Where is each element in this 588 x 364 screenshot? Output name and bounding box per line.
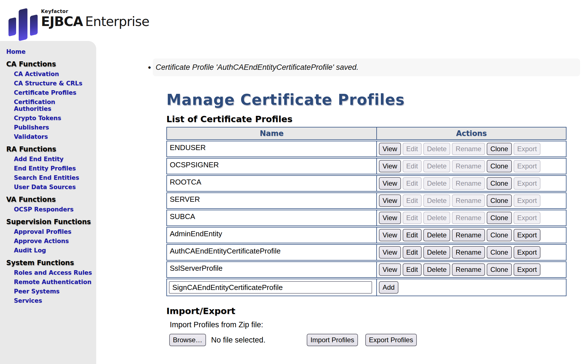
- table-row: ROOTCAViewEditDeleteRenameCloneExport: [166, 175, 566, 192]
- sidebar-item-audit-log[interactable]: Audit Log: [14, 247, 94, 254]
- delete-button[interactable]: Delete: [423, 229, 450, 241]
- sidebar-section: CA FunctionsCA ActivationCA Structure & …: [6, 60, 94, 140]
- sidebar-item-user-data-sources[interactable]: User Data Sources: [14, 184, 94, 190]
- sidebar-section: RA FunctionsAdd End EntityEnd Entity Pro…: [6, 145, 94, 190]
- clone-button[interactable]: Clone: [487, 263, 512, 276]
- edit-button[interactable]: Edit: [403, 229, 422, 241]
- certificate-profiles-table: Name Actions ENDUSERViewEditDeleteRename…: [166, 127, 566, 296]
- clone-button[interactable]: Clone: [487, 143, 512, 155]
- page-title: Manage Certificate Profiles: [166, 91, 580, 108]
- clone-button[interactable]: Clone: [487, 212, 512, 224]
- profile-actions: ViewEditDeleteRenameCloneExport: [377, 245, 566, 260]
- profile-name: AdminEndEntity: [167, 227, 377, 243]
- sidebar-item-certification-authorities[interactable]: Certification Authorities: [14, 99, 94, 112]
- sidebar-item-ocsp-responders[interactable]: OCSP Responders: [14, 206, 94, 213]
- clone-button[interactable]: Clone: [487, 246, 512, 259]
- clone-button[interactable]: Clone: [487, 194, 512, 207]
- profile-actions: ViewEditDeleteRenameCloneExport: [377, 227, 566, 243]
- clone-button[interactable]: Clone: [487, 177, 512, 190]
- new-profile-name-input[interactable]: [169, 281, 372, 294]
- view-button[interactable]: View: [379, 263, 401, 276]
- sidebar-section: Supervision FunctionsApproval ProfilesAp…: [6, 218, 94, 254]
- view-button[interactable]: View: [379, 160, 401, 172]
- list-heading: List of Certificate Profiles: [166, 114, 580, 124]
- add-button[interactable]: Add: [379, 281, 398, 294]
- table-row: AdminEndEntityViewEditDeleteRenameCloneE…: [166, 227, 566, 243]
- add-button-cell: Add: [377, 279, 566, 296]
- view-button[interactable]: View: [379, 194, 401, 207]
- rename-button: Rename: [452, 177, 485, 190]
- clone-button[interactable]: Clone: [487, 229, 512, 241]
- sidebar-item-search-end-entities[interactable]: Search End Entities: [14, 174, 94, 181]
- file-row: Browse… No file selected. Import Profile…: [169, 334, 580, 346]
- profile-name: SERVER: [167, 193, 377, 208]
- export-profiles-button[interactable]: Export Profiles: [365, 334, 417, 346]
- export-button: Export: [514, 194, 540, 207]
- app-header: Keyfactor EJBCAEnterprise: [0, 0, 588, 41]
- rename-button[interactable]: Rename: [452, 246, 485, 259]
- edit-button[interactable]: Edit: [403, 263, 422, 276]
- delete-button[interactable]: Delete: [423, 246, 450, 259]
- sidebar-section-title-va-functions: VA Functions: [6, 196, 94, 203]
- logo-bar-icon: [19, 8, 27, 41]
- status-message: Certificate Profile 'AuthCAEndEntityCert…: [153, 58, 580, 76]
- sidebar-item-approval-profiles[interactable]: Approval Profiles: [14, 228, 94, 235]
- brand-text: Keyfactor EJBCAEnterprise: [41, 7, 149, 28]
- sidebar-item-ca-structure-crls[interactable]: CA Structure & CRLs: [14, 80, 94, 87]
- sidebar-item-certificate-profiles[interactable]: Certificate Profiles: [14, 89, 94, 96]
- edit-button: Edit: [403, 212, 422, 224]
- sidebar-item-services[interactable]: Services: [14, 297, 94, 304]
- sidebar-item-end-entity-profiles[interactable]: End Entity Profiles: [14, 165, 94, 172]
- edit-button: Edit: [403, 160, 422, 172]
- sidebar-section: System FunctionsRoles and Access RulesRe…: [6, 259, 94, 304]
- table-row: OCSPSIGNERViewEditDeleteRenameCloneExpor…: [166, 158, 566, 174]
- clone-button[interactable]: Clone: [487, 160, 512, 172]
- rename-button[interactable]: Rename: [452, 263, 485, 276]
- view-button[interactable]: View: [379, 229, 401, 241]
- profile-name: ROOTCA: [167, 176, 377, 191]
- brand-ejbca: EJBCA: [41, 14, 83, 29]
- sidebar-item-validators[interactable]: Validators: [14, 133, 94, 140]
- import-instruction: Import Profiles from Zip file:: [170, 320, 580, 329]
- delete-button[interactable]: Delete: [423, 263, 450, 276]
- sidebar-section-title-supervision-functions: Supervision Functions: [6, 218, 94, 226]
- edit-button[interactable]: Edit: [403, 246, 422, 259]
- table-body: ENDUSERViewEditDeleteRenameCloneExportOC…: [166, 141, 566, 278]
- sidebar-sections: CA FunctionsCA ActivationCA Structure & …: [6, 60, 94, 304]
- brand-edition: Enterprise: [85, 14, 149, 29]
- export-button[interactable]: Export: [514, 263, 540, 276]
- view-button[interactable]: View: [379, 177, 401, 190]
- sidebar-item-crypto-tokens[interactable]: Crypto Tokens: [14, 115, 94, 122]
- sidebar-item-ca-activation[interactable]: CA Activation: [14, 71, 94, 77]
- browse-button[interactable]: Browse…: [169, 334, 206, 346]
- profile-name: SslServerProfile: [167, 262, 377, 277]
- view-button[interactable]: View: [379, 246, 401, 259]
- brand-product-line: EJBCAEnterprise: [41, 15, 149, 28]
- view-button[interactable]: View: [379, 212, 401, 224]
- sidebar-item-remote-authentication[interactable]: Remote Authentication: [14, 279, 94, 285]
- logo-bar-icon: [30, 14, 38, 36]
- sidebar-item-roles-and-access-rules[interactable]: Roles and Access Rules: [14, 269, 94, 276]
- profile-actions: ViewEditDeleteRenameCloneExport: [377, 176, 566, 191]
- sidebar-item-home[interactable]: Home: [6, 48, 94, 55]
- import-profiles-button[interactable]: Import Profiles: [307, 334, 358, 346]
- export-button[interactable]: Export: [514, 229, 540, 241]
- profile-actions: ViewEditDeleteRenameCloneExport: [377, 193, 566, 208]
- sidebar-item-approve-actions[interactable]: Approve Actions: [14, 238, 94, 244]
- sidebar-item-publishers[interactable]: Publishers: [14, 124, 94, 131]
- view-button[interactable]: View: [379, 143, 401, 155]
- profile-actions: ViewEditDeleteRenameCloneExport: [377, 159, 566, 174]
- rename-button[interactable]: Rename: [452, 229, 485, 241]
- edit-button: Edit: [403, 177, 422, 190]
- export-button[interactable]: Export: [514, 246, 540, 259]
- rename-button: Rename: [452, 212, 485, 224]
- export-button: Export: [514, 160, 540, 172]
- sidebar-item-peer-systems[interactable]: Peer Systems: [14, 288, 94, 295]
- table-row: SslServerProfileViewEditDeleteRenameClon…: [166, 261, 566, 278]
- sidebar: Home CA FunctionsCA ActivationCA Structu…: [0, 41, 96, 364]
- export-button: Export: [514, 143, 540, 155]
- delete-button: Delete: [423, 160, 450, 172]
- delete-button: Delete: [423, 177, 450, 190]
- table-row: AuthCAEndEntityCertificateProfileViewEdi…: [166, 244, 566, 261]
- sidebar-item-add-end-entity[interactable]: Add End Entity: [14, 156, 94, 162]
